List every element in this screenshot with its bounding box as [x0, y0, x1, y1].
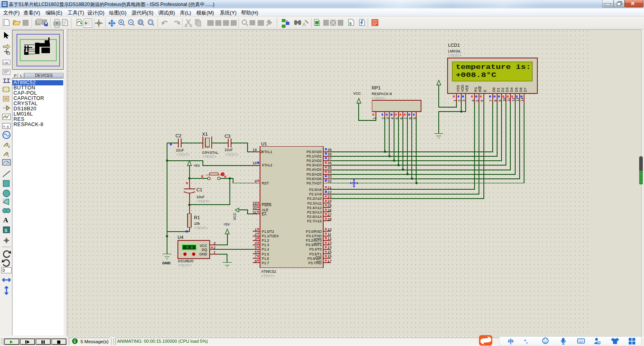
- svg-text:6: 6: [399, 117, 403, 119]
- svg-text:ALE: ALE: [262, 208, 268, 212]
- svg-text:21: 21: [328, 186, 332, 190]
- svg-text:°,: °,: [524, 338, 528, 344]
- svg-text:U4: U4: [178, 235, 184, 240]
- svg-text:33: 33: [328, 174, 332, 178]
- svg-text:XTAL2: XTAL2: [262, 163, 272, 167]
- svg-text:P0.2/AD2: P0.2/AD2: [307, 159, 322, 163]
- svg-text:22uF: 22uF: [225, 148, 233, 152]
- svg-text:D7: D7: [523, 87, 527, 92]
- svg-text:RW: RW: [478, 86, 482, 92]
- svg-text:P1.0/T2: P1.0/T2: [262, 230, 274, 234]
- svg-text:temperature is:: temperature is:: [456, 64, 531, 71]
- svg-text:6: 6: [255, 250, 257, 254]
- svg-text:PSEN: PSEN: [262, 203, 271, 207]
- svg-text:25: 25: [328, 203, 332, 207]
- svg-text:+5V: +5V: [223, 222, 230, 226]
- svg-text:S: S: [4, 228, 7, 233]
- svg-text:DS18B20: DS18B20: [178, 259, 193, 263]
- svg-text:22uF: 22uF: [176, 148, 184, 152]
- svg-text:P1.6: P1.6: [262, 257, 269, 261]
- svg-text:<TEXT>: <TEXT>: [194, 226, 207, 230]
- svg-text:15: 15: [328, 250, 332, 254]
- svg-text:37: 37: [328, 157, 332, 161]
- svg-text:LM016L: LM016L: [448, 49, 461, 53]
- svg-text:13: 13: [328, 241, 332, 245]
- svg-text:34: 34: [328, 170, 332, 174]
- svg-text:P1.3: P1.3: [262, 243, 269, 247]
- svg-text:16: 16: [328, 254, 332, 258]
- svg-text:D0: D0: [492, 87, 496, 92]
- svg-text:14: 14: [520, 97, 524, 102]
- svg-text:1: 1: [255, 228, 257, 232]
- svg-text:P0.0/AD0: P0.0/AD0: [307, 150, 322, 154]
- svg-text:U1: U1: [261, 141, 267, 146]
- svg-text:DQ: DQ: [202, 248, 207, 252]
- svg-text:32: 32: [328, 179, 332, 183]
- svg-text:P0.4/AD4: P0.4/AD4: [307, 168, 322, 172]
- svg-text:P0.5/AD5: P0.5/AD5: [307, 172, 322, 176]
- svg-text:11: 11: [507, 98, 511, 102]
- svg-text:C2: C2: [175, 133, 182, 138]
- svg-text:P1.7: P1.7: [262, 261, 269, 265]
- svg-text:4: 4: [471, 99, 475, 102]
- svg-text:3: 3: [255, 236, 257, 240]
- svg-text:7: 7: [255, 254, 257, 258]
- svg-text:P2.5/A13: P2.5/A13: [307, 210, 322, 214]
- svg-text:GND: GND: [162, 261, 171, 265]
- svg-text:AT89C52: AT89C52: [261, 269, 276, 273]
- svg-text:3: 3: [213, 241, 215, 245]
- svg-text:8: 8: [493, 99, 497, 102]
- svg-text:66: 66: [597, 342, 600, 344]
- svg-text:P2.0/A8: P2.0/A8: [309, 188, 322, 192]
- svg-text:17: 17: [328, 259, 332, 263]
- svg-text:+5V: +5V: [193, 164, 200, 168]
- svg-text:P3.1/TXD: P3.1/TXD: [306, 234, 322, 238]
- svg-text:26: 26: [328, 208, 332, 212]
- svg-text:VCC: VCC: [233, 212, 237, 220]
- svg-text:VEE: VEE: [465, 85, 469, 92]
- svg-text:$: $: [349, 21, 352, 26]
- svg-text:4: 4: [255, 241, 257, 245]
- svg-text:<TEXT>: <TEXT>: [448, 54, 461, 58]
- svg-text:P2.2/A10: P2.2/A10: [307, 197, 322, 201]
- svg-text:C1: C1: [196, 187, 202, 192]
- svg-text:38: 38: [328, 152, 332, 156]
- svg-text:P3.3/INT1: P3.3/INT1: [306, 243, 322, 247]
- svg-text:19: 19: [253, 148, 257, 152]
- svg-text:4: 4: [390, 117, 394, 119]
- svg-text:D6: D6: [519, 87, 523, 92]
- svg-text:8.8: 8.8: [186, 245, 193, 250]
- svg-text:RP1: RP1: [372, 85, 380, 90]
- svg-text:10: 10: [502, 97, 506, 102]
- svg-text:R1: R1: [194, 215, 200, 220]
- svg-text:27: 27: [328, 213, 332, 217]
- svg-text:0: 0: [2, 268, 5, 273]
- svg-text:2: 2: [457, 99, 461, 102]
- svg-text:6: 6: [480, 99, 484, 102]
- svg-text:10uF: 10uF: [196, 195, 205, 199]
- svg-text:P2.4/A12: P2.4/A12: [307, 206, 322, 210]
- svg-text:12: 12: [511, 97, 515, 102]
- svg-text:RST: RST: [262, 181, 269, 185]
- svg-text:CRYSTAL: CRYSTAL: [202, 151, 219, 155]
- svg-text:11: 11: [328, 232, 332, 236]
- svg-text:P1.2: P1.2: [262, 238, 269, 242]
- svg-text:31: 31: [253, 210, 257, 214]
- svg-text:D2: D2: [501, 87, 505, 92]
- svg-text:2: 2: [255, 232, 257, 236]
- svg-text:P1.1/T2EX: P1.1/T2EX: [262, 234, 279, 238]
- svg-text:GND: GND: [199, 252, 207, 256]
- svg-text:P3.4/T0: P3.4/T0: [309, 247, 322, 251]
- svg-text:VDD: VDD: [460, 85, 464, 92]
- svg-text:1: 1: [213, 250, 215, 254]
- svg-text:10k: 10k: [194, 222, 200, 226]
- svg-text:23: 23: [328, 195, 332, 199]
- svg-text:18: 18: [253, 161, 257, 165]
- svg-text:13: 13: [516, 97, 520, 102]
- svg-text:P2.1/A9: P2.1/A9: [309, 192, 322, 196]
- svg-text:30: 30: [253, 205, 257, 209]
- svg-text:D3: D3: [505, 87, 509, 92]
- svg-text:A: A: [3, 216, 8, 224]
- svg-text:C3: C3: [225, 134, 231, 139]
- svg-text:1: 1: [453, 99, 457, 102]
